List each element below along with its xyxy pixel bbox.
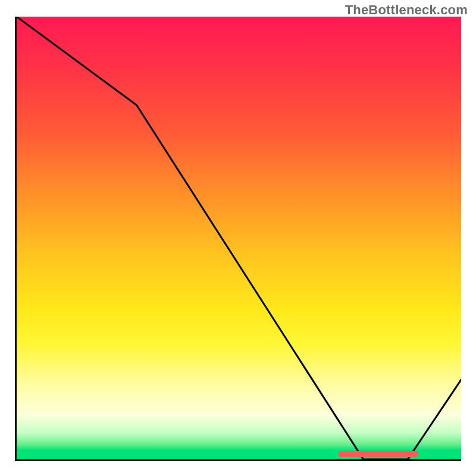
chart-stage: TheBottleneck.com (0, 0, 476, 476)
watermark-text: TheBottleneck.com (345, 2, 468, 18)
optimum-range-marker (338, 451, 418, 457)
bottleneck-curve-path (17, 17, 461, 459)
curve-layer (17, 17, 461, 459)
plot-area (15, 17, 461, 461)
